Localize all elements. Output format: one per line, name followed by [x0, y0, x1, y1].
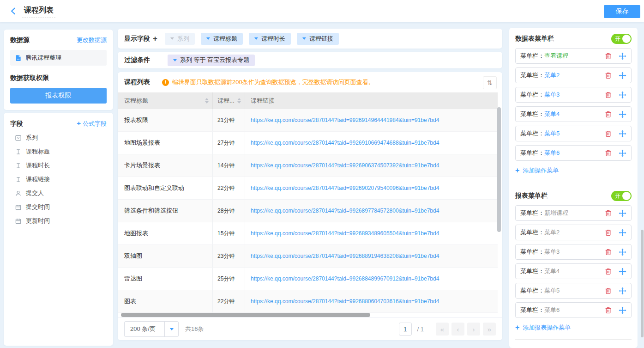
- menu-item-value[interactable]: 菜单6: [544, 149, 560, 157]
- column-header-title[interactable]: 课程标题: [118, 92, 213, 109]
- sort-arrows-icon[interactable]: [205, 98, 209, 104]
- chip-label: 课程链接: [309, 35, 333, 43]
- menu-item-value[interactable]: 菜单3: [544, 248, 560, 256]
- report-menubar-title: 报表菜单栏: [515, 192, 548, 200]
- chevron-down-icon: [302, 37, 306, 40]
- trash-icon[interactable]: [604, 52, 612, 60]
- field-label: 课程时长: [26, 161, 50, 170]
- trash-icon[interactable]: [604, 268, 612, 275]
- sort-arrows-icon[interactable]: [237, 98, 241, 104]
- menu-item-value[interactable]: 菜单2: [544, 71, 560, 79]
- add-display-field-icon[interactable]: +: [153, 34, 162, 43]
- field-item[interactable]: 课程链接: [10, 172, 107, 186]
- menu-item-value[interactable]: 菜单5: [544, 287, 560, 295]
- display-field-chip[interactable]: 课程链接: [297, 33, 339, 45]
- cell-course-link[interactable]: https://ke.qq.com/course/2870144?taid=99…: [251, 117, 439, 123]
- menu-item: 菜单栏： 查看课程: [515, 48, 632, 64]
- move-icon[interactable]: [619, 52, 626, 60]
- column-header-duration[interactable]: 课程...: [213, 92, 245, 109]
- cell-course-link[interactable]: https://ke.qq.com/course/2870144?taid=99…: [251, 162, 439, 169]
- move-icon[interactable]: [619, 72, 626, 79]
- back-icon[interactable]: [8, 6, 18, 16]
- trash-icon[interactable]: [604, 306, 612, 314]
- cell-course-link[interactable]: https://ke.qq.com/course/2870144?taid=99…: [251, 253, 439, 259]
- menu-item-value[interactable]: 菜单6: [544, 306, 560, 314]
- page-size-select[interactable]: 200 条/页: [124, 321, 179, 337]
- table-vertical-scrollbar[interactable]: [497, 107, 501, 232]
- move-icon[interactable]: [619, 91, 626, 99]
- display-field-chips: 系列 课程标题 课程时长 课程链接: [165, 33, 339, 45]
- filter-chip[interactable]: 系列 等于 百宝云报表专题: [168, 55, 255, 66]
- cell-course-link[interactable]: https://ke.qq.com/course/2870144?taid=99…: [251, 185, 439, 191]
- move-icon[interactable]: [619, 110, 626, 118]
- move-icon[interactable]: [619, 248, 626, 256]
- field-item[interactable]: 提交人: [10, 186, 107, 200]
- trash-icon[interactable]: [604, 229, 612, 237]
- report-menubar-toggle[interactable]: 开: [611, 191, 632, 201]
- move-icon[interactable]: [619, 229, 626, 237]
- field-type-icon: [15, 218, 22, 225]
- trash-icon[interactable]: [604, 149, 612, 157]
- prev-page-icon[interactable]: ‹: [451, 323, 464, 336]
- page-number-input[interactable]: 1: [399, 323, 412, 336]
- trash-icon[interactable]: [604, 72, 612, 79]
- page-title: 课程列表: [22, 5, 55, 18]
- formula-field-link[interactable]: +公式字段: [77, 119, 107, 128]
- add-report-menu-link[interactable]: + 添加报表操作菜单: [515, 324, 632, 332]
- course-table-card: 课程列表 ! 编辑界面只取数据源前200条作为查询数据预览，完整数据请访问页面查…: [118, 72, 502, 340]
- move-icon[interactable]: [619, 130, 626, 138]
- move-icon[interactable]: [619, 149, 626, 157]
- trash-icon[interactable]: [604, 209, 612, 217]
- field-item[interactable]: 课程标题: [10, 145, 107, 159]
- field-item[interactable]: 课程时长: [10, 159, 107, 172]
- move-icon[interactable]: [619, 268, 626, 275]
- first-page-icon[interactable]: «: [436, 323, 449, 336]
- field-item[interactable]: 提交时间: [10, 200, 107, 214]
- plus-icon: +: [77, 119, 81, 127]
- menu-item-value[interactable]: 菜单5: [544, 129, 560, 138]
- toggle-knob: [622, 192, 631, 200]
- cell-course-link[interactable]: https://ke.qq.com/course/2870144?taid=99…: [251, 275, 439, 282]
- cell-course-link[interactable]: https://ke.qq.com/course/2870144?taid=99…: [251, 208, 439, 214]
- page-vertical-scrollbar[interactable]: [641, 230, 644, 337]
- move-icon[interactable]: [619, 287, 626, 295]
- datasource-title: 数据源: [10, 36, 30, 44]
- display-field-chip[interactable]: 系列: [165, 33, 195, 45]
- menu-item-value[interactable]: 菜单3: [544, 91, 560, 99]
- move-icon[interactable]: [619, 209, 626, 217]
- next-page-icon[interactable]: ›: [467, 323, 480, 336]
- field-item[interactable]: 系列: [10, 131, 107, 145]
- display-field-chip[interactable]: 课程时长: [249, 33, 291, 45]
- move-icon[interactable]: [619, 306, 626, 314]
- document-icon: [15, 55, 22, 61]
- menu-item-value[interactable]: 菜单2: [544, 228, 560, 237]
- trash-icon[interactable]: [604, 91, 612, 99]
- menu-item-prefix: 菜单栏：: [520, 71, 544, 79]
- datasource-item[interactable]: 腾讯课程整理: [10, 50, 107, 66]
- fields-title: 字段: [10, 120, 23, 128]
- cell-course-link[interactable]: https://ke.qq.com/course/2870144?taid=99…: [251, 230, 439, 237]
- change-datasource-link[interactable]: 更改数据源: [77, 36, 107, 44]
- cell-course-link[interactable]: https://ke.qq.com/course/2870144?taid=99…: [251, 298, 439, 305]
- menu-item-value[interactable]: 新增课程: [544, 209, 568, 217]
- trash-icon[interactable]: [604, 287, 612, 295]
- add-menu-link[interactable]: + 添加操作菜单: [515, 166, 632, 175]
- display-field-chip[interactable]: 课程标题: [201, 33, 243, 45]
- cell-course-link[interactable]: https://ke.qq.com/course/2870144?taid=99…: [251, 140, 439, 146]
- trash-icon[interactable]: [604, 130, 612, 138]
- menu-item-value[interactable]: 菜单4: [544, 267, 560, 275]
- table-sort-icon[interactable]: ⇅: [483, 76, 497, 89]
- save-button[interactable]: 保存: [604, 5, 640, 18]
- menu-item-value[interactable]: 菜单4: [544, 110, 560, 118]
- table-horizontal-scrollbar[interactable]: [121, 313, 370, 317]
- datatable-menubar-toggle[interactable]: 开: [611, 34, 632, 44]
- trash-icon[interactable]: [604, 110, 612, 118]
- trash-icon[interactable]: [604, 248, 612, 256]
- report-permission-button[interactable]: 报表权限: [10, 88, 107, 104]
- field-item[interactable]: 更新时间: [10, 214, 107, 228]
- chevron-down-icon: [173, 59, 177, 61]
- menu-item-value[interactable]: 查看课程: [544, 52, 568, 60]
- pagination-nav: « ‹ › »: [436, 323, 496, 336]
- cell-course-duration: 23分钟: [213, 245, 245, 267]
- last-page-icon[interactable]: »: [483, 323, 496, 336]
